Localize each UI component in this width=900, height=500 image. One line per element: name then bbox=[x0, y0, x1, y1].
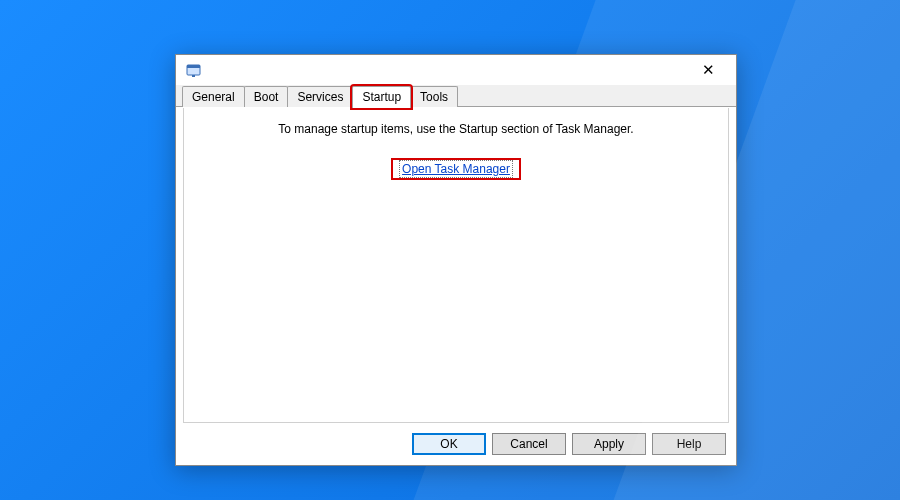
tab-boot[interactable]: Boot bbox=[244, 86, 289, 107]
open-task-manager-link[interactable]: Open Task Manager bbox=[399, 160, 513, 178]
dialog-button-row: OK Cancel Apply Help bbox=[412, 433, 726, 455]
link-highlight-box: Open Task Manager bbox=[391, 158, 521, 180]
tab-strip: General Boot Services Startup Tools bbox=[176, 85, 736, 108]
svg-rect-1 bbox=[187, 65, 200, 68]
close-button[interactable]: ✕ bbox=[688, 56, 728, 84]
pane-content: To manage startup items, use the Startup… bbox=[184, 108, 728, 180]
desktop-background: ✕ General Boot Services Startup Tools To… bbox=[0, 0, 900, 500]
titlebar: ✕ bbox=[176, 55, 736, 85]
startup-pane: To manage startup items, use the Startup… bbox=[183, 108, 729, 423]
tab-services[interactable]: Services bbox=[287, 86, 353, 107]
tab-general[interactable]: General bbox=[182, 86, 245, 107]
apply-button[interactable]: Apply bbox=[572, 433, 646, 455]
startup-message: To manage startup items, use the Startup… bbox=[184, 122, 728, 136]
svg-rect-2 bbox=[192, 75, 195, 77]
ok-button[interactable]: OK bbox=[412, 433, 486, 455]
link-row: Open Task Manager bbox=[184, 158, 728, 180]
help-button[interactable]: Help bbox=[652, 433, 726, 455]
msconfig-dialog: ✕ General Boot Services Startup Tools To… bbox=[175, 54, 737, 466]
tab-startup[interactable]: Startup bbox=[352, 86, 411, 108]
tab-tools[interactable]: Tools bbox=[410, 86, 458, 107]
msconfig-icon bbox=[186, 62, 202, 78]
cancel-button[interactable]: Cancel bbox=[492, 433, 566, 455]
